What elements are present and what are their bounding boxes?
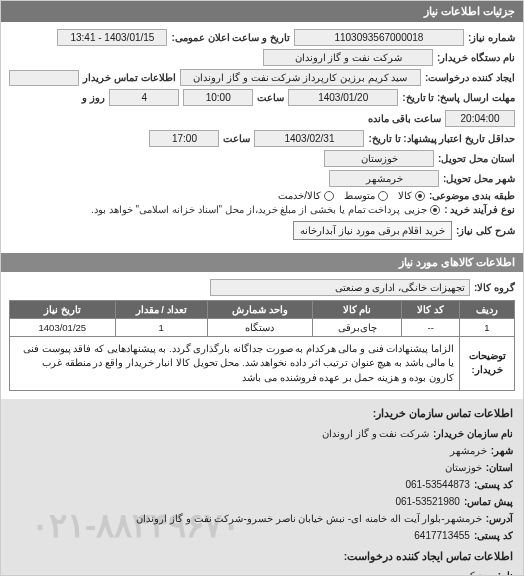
contact-postal: 061-53544873: [405, 476, 470, 493]
city-label: شهر محل تحویل:: [443, 173, 515, 184]
radio-icon: [324, 191, 334, 201]
radio-icon: [378, 191, 388, 201]
deadline-time-label: ساعت: [257, 92, 284, 103]
remaining-days-label: روز و: [82, 92, 105, 103]
radio-kala[interactable]: کالا: [398, 190, 425, 201]
table-row: 1 -- چای‌برقی دستگاه 1 1403/01/25: [10, 319, 515, 337]
requester-label: ایجاد کننده درخواست:: [425, 72, 515, 83]
cell-qty: 1: [115, 319, 207, 337]
need-title-value: خرید اقلام برقی مورد نیاز آبدارخانه: [293, 221, 452, 240]
deadline-recv-label: مهلت ارسال پاسخ: تا تاریخ:: [402, 92, 515, 103]
contact-postcode: 6417713455: [414, 527, 470, 544]
contact-address-label: آدرس:: [486, 510, 513, 527]
th-date: تاریخ نیاز: [10, 301, 116, 319]
validity-date: 1403/02/31: [254, 130, 364, 147]
province-label: استان محل تحویل:: [438, 153, 515, 164]
contact-province: خوزستان: [445, 459, 482, 476]
goods-group-value: تجهیزات خانگی، اداری و صنعتی: [210, 279, 470, 296]
goods-table: ردیف کد کالا نام کالا واحد شمارش تعداد /…: [9, 300, 515, 391]
purchase-note: پرداخت تمام یا بخشی از مبلغ خرید،از محل …: [91, 204, 400, 215]
validity-label: حداقل تاریخ اعتبار پیشنهاد: تا تاریخ:: [368, 133, 515, 144]
req-name-label: نام:: [498, 567, 513, 576]
need-title-label: شرح کلی نیاز:: [456, 225, 515, 236]
page-title: جزئیات اطلاعات نیاز: [424, 5, 515, 17]
city-value: خرمشهر: [329, 170, 439, 187]
goods-header: اطلاعات کالاهای مورد نیاز: [1, 253, 523, 272]
th-code: کد کالا: [402, 301, 460, 319]
page-header: جزئیات اطلاعات نیاز: [1, 1, 523, 22]
radio-cash[interactable]: جزیی: [404, 204, 440, 215]
contact-block: اطلاعات تماس سازمان خریدار: نام سازمان خ…: [1, 399, 523, 576]
contact-title: اطلاعات تماس سازمان خریدار:: [11, 405, 513, 423]
table-desc-row: توضیحات خریدار: الزاما پیشنهادات فنی و م…: [10, 337, 515, 391]
cell-date: 1403/01/25: [10, 319, 116, 337]
remaining-days: 4: [109, 89, 179, 106]
contact-phone-pre-label: پیش تماس:: [464, 493, 513, 510]
req-name: سید کریم: [454, 567, 494, 576]
cell-unit: دستگاه: [207, 319, 312, 337]
buyer-org-value: شرکت نفت و گاز اروندان: [263, 49, 433, 66]
deadline-recv-time: 10:00: [183, 89, 253, 106]
th-idx: ردیف: [460, 301, 515, 319]
org-name: شرکت نفت و گاز اروندان: [322, 425, 429, 442]
remaining-hours: 20:04:00: [445, 110, 515, 127]
org-name-label: نام سازمان خریدار:: [433, 425, 513, 442]
contact-city-label: شهر:: [491, 442, 513, 459]
deadline-recv-date: 1403/01/20: [288, 89, 398, 106]
province-value: خوزستان: [324, 150, 434, 167]
buyer-contact-label: اطلاعات تماس خریدار: [83, 72, 176, 83]
purchase-type-label: نوع فرآیند خرید :: [444, 204, 515, 215]
goods-group-label: گروه کالا:: [474, 282, 515, 293]
radio-icon: [415, 191, 425, 201]
th-unit: واحد شمارش: [207, 301, 312, 319]
buyer-contact-value: [9, 70, 79, 86]
radio-icon: [430, 205, 440, 215]
contact-city: خرمشهر: [450, 442, 487, 459]
cell-code: --: [402, 319, 460, 337]
contact-postcode-label: کد پستی:: [474, 527, 513, 544]
package-class-label: طبقه بندی موضوعی:: [429, 190, 515, 201]
buyer-org-label: نام دستگاه خریدار:: [437, 52, 515, 63]
desc-label: توضیحات خریدار:: [460, 337, 515, 391]
requester-contact-title: اطلاعات تماس ایجاد کننده درخواست:: [11, 548, 513, 566]
contact-phone-pre: 061-53521980: [395, 493, 460, 510]
tracking-value: 1103093567000018: [294, 29, 464, 46]
th-name: نام کالا: [312, 301, 402, 319]
requester-value: سید کریم برزین کارپرداز شرکت نفت و گاز ا…: [180, 69, 422, 86]
class-radio-group: کالا متوسط کالا/خدمت: [278, 190, 425, 201]
radio-med[interactable]: متوسط: [344, 190, 388, 201]
public-date-label: تاریخ و ساعت اعلان عمومی:: [171, 32, 289, 43]
cell-name: چای‌برقی: [312, 319, 402, 337]
validity-time: 17:00: [149, 130, 219, 147]
validity-time-label: ساعت: [223, 133, 250, 144]
remaining-hours-label: ساعت باقی مانده: [368, 113, 441, 124]
contact-postal-label: کد پستی:: [474, 476, 513, 493]
tracking-label: شماره نیاز:: [468, 32, 515, 43]
public-date-value: 1403/01/15 - 13:41: [57, 29, 167, 46]
contact-province-label: استان:: [486, 459, 513, 476]
th-qty: تعداد / مقدار: [115, 301, 207, 319]
table-header-row: ردیف کد کالا نام کالا واحد شمارش تعداد /…: [10, 301, 515, 319]
contact-address: خرمشهر-بلوار آیت اله خامنه ای- نبش خیابا…: [136, 510, 481, 527]
desc-text: الزاما پیشنهادات فنی و مالی هرکدام به صو…: [10, 337, 460, 391]
radio-service[interactable]: کالا/خدمت: [278, 190, 334, 201]
cell-idx: 1: [460, 319, 515, 337]
